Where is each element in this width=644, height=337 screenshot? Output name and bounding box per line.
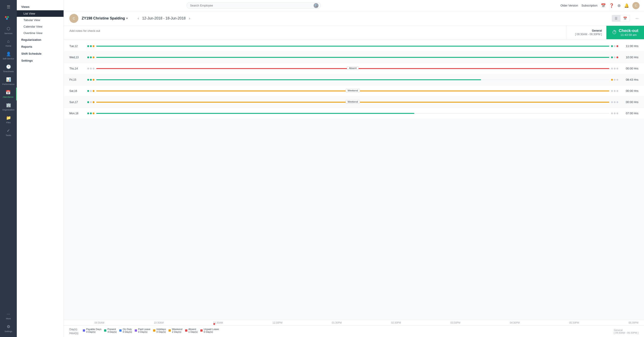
calendar-view-toggle-btn[interactable]: 📅 [620,15,630,22]
dot-gray [614,45,616,47]
hamburger-icon[interactable]: ☰ [4,2,12,12]
legend-item: Absent 1 Day(s) [185,328,198,333]
timeline-rows: Tue,1211:00 HrsWed,1310:00 HrsThu,14Abse… [64,40,644,120]
time-label: 06:30PM [628,321,638,324]
sidebar-item-home[interactable]: ⌂ Home [0,37,17,49]
sidebar-item-self-service[interactable]: 👤 Self-Service [0,49,17,62]
more-options-icon[interactable]: ··· [636,16,638,21]
time-labels: 09:30AM10:30AM11:30AM12:30PM01:30PM02:30… [94,321,638,324]
subscription-link[interactable]: Subscription [581,4,598,7]
timeline-row: Thu,14Absent00:00 Hrs [64,63,644,74]
sidebar-item-performance[interactable]: 📊 Performance [0,75,17,88]
day-label: Thu,14 [70,67,87,70]
dot-green [87,57,89,58]
nav-reports-title[interactable]: Reports [17,43,64,50]
timeline-bar-track: Absent [96,68,609,69]
sidebar-item-more[interactable]: ··· More [0,309,17,322]
hours-label: 00:00 Hrs [618,100,638,104]
sidebar-item-tasks[interactable]: ✓ Tasks [0,126,17,139]
legend-area: Payable Days 4 Day(s)Present 4 Day(s)On … [83,328,614,333]
older-version-link[interactable]: Older Version [560,4,578,7]
sidebar-item-label: More [6,317,11,320]
user-avatar[interactable]: C [632,2,640,9]
sidebar-item-label: Files [6,121,10,124]
legend-label: On Duty 0 Day(s) [123,328,132,333]
search-box: 🔍 [186,2,321,9]
dot-gray [614,101,616,103]
prev-date-btn[interactable]: ‹ [138,16,139,21]
dot-green [90,57,92,58]
timeline-container: Tue,1211:00 HrsWed,1310:00 HrsThu,14Abse… [64,40,644,320]
time-label: 01:30PM [332,321,342,324]
nav-views-title[interactable]: Views [17,3,64,10]
sidebar-item-organization[interactable]: 🏢 Organization [0,100,17,113]
date-nav: ‹ 12-Jun-2018 - 18-Jun-2018 › [138,16,190,21]
timeline-bar [96,46,609,47]
bell-icon[interactable]: 🔔 [624,3,629,8]
employee-header: C ZY198 Christine Spalding ▾ ‹ 12-Jun-20… [64,11,644,26]
legend-label: Payable Days 4 Day(s) [86,328,102,333]
search-icon[interactable]: 🔍 [314,3,318,8]
right-dots [611,113,618,114]
app-logo[interactable]: Zylker [4,13,13,24]
left-dots [87,90,94,92]
legend-label: Absent 1 Day(s) [188,328,198,333]
legend-label: Present 4 Day(s) [108,328,117,333]
left-dots [87,57,94,58]
dot-green [611,57,613,58]
sidebar-item-label: Tasks [6,134,11,136]
nav-panel: Views List View Tabular View Calendar Vi… [17,0,64,337]
left-dots [87,68,94,70]
dot-gray [616,79,618,81]
time-label: 04:30PM [510,321,520,324]
dot-gray [611,113,613,114]
more-icon: ··· [7,312,10,316]
nav-calendar-view[interactable]: Calendar View [17,23,64,30]
files-icon: 📁 [6,115,11,120]
list-view-toggle-btn[interactable]: ☰ [612,15,620,22]
dot-gray [611,90,613,92]
dot-orange [93,79,94,81]
next-date-btn[interactable]: › [189,16,190,21]
dot-gray [87,68,89,70]
checkout-button[interactable]: ⏱ Check-out 11:43:59 am [606,26,644,39]
left-dots [87,45,94,47]
nav-tabular-view[interactable]: Tabular View [17,17,64,23]
day-label: Mon,18 [70,112,87,115]
sidebar-item-label: Organization [2,108,14,111]
dot-orange [93,101,94,103]
add-icon[interactable]: ⊕ [617,3,621,8]
nav-list-view[interactable]: List View [17,10,64,17]
legend-label: Paid Leave 0 Day(s) [138,328,150,333]
svg-text:Zylker: Zylker [9,17,13,20]
timeline-bar-area [96,45,609,47]
employee-dropdown-icon[interactable]: ▾ [126,17,128,20]
checkout-btn-time: 11:43:59 am [619,33,638,37]
sidebar-item-files[interactable]: 📁 Files [0,113,17,126]
nav-regularization-title[interactable]: Regularization [17,36,64,43]
dot-gray [616,113,618,114]
legend-label: Weekend 2 Day(s) [172,328,182,333]
sidebar-item-timesheets[interactable]: 🕐 Timesheets [0,62,17,75]
nav-overtime-view[interactable]: Overtime View [17,30,64,36]
checkout-banner: General [ 09:30AM - 06:30PM ] ⏱ Check-ou… [64,26,644,40]
nav-settings-title[interactable]: Settings [17,57,64,64]
dot-gray [616,68,618,70]
nav-shift-schedule-title[interactable]: Shift Schedule [17,50,64,57]
sidebar-item-settings[interactable]: ⚙ Settings [0,322,17,335]
timeline-bar [96,79,481,80]
legend-item: Present 4 Day(s) [104,328,117,333]
sidebar-item-services[interactable]: ⬡ Services [0,24,17,37]
timeline-bar-track [96,46,609,47]
dot-green [90,79,92,81]
calendar-icon[interactable]: 📅 [601,3,606,8]
help-icon[interactable]: ❓ [609,3,614,8]
dot-gray [616,90,618,92]
search-input[interactable] [186,2,321,9]
notes-input[interactable] [64,26,566,39]
summary-days-col: Day(s) Hour(s) [70,328,83,335]
timesheets-icon: 🕐 [6,64,11,69]
hours-label: 07:00 Hrs [618,112,638,115]
left-dots [87,101,94,103]
sidebar-item-attendance[interactable]: 📅 Attendance [0,88,17,100]
